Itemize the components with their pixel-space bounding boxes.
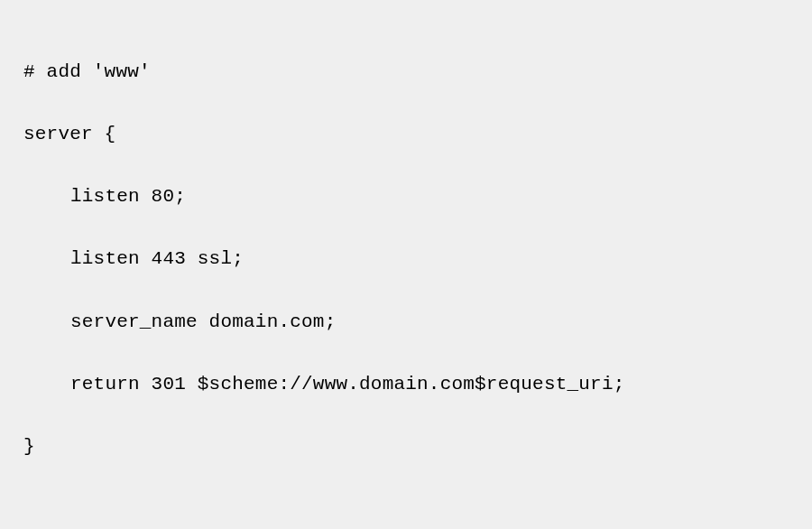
- code-line: return 301 $scheme://www.domain.com$requ…: [23, 369, 789, 401]
- code-line: listen 443 ssl;: [23, 244, 789, 275]
- code-line: server_name domain.com;: [23, 307, 789, 339]
- code-brace-close: }: [23, 432, 789, 463]
- code-brace-open: server {: [23, 119, 789, 151]
- code-line: listen 80;: [23, 181, 789, 213]
- blank-line: [23, 495, 789, 526]
- code-comment: # add 'www': [23, 57, 789, 88]
- code-block: # add 'www' server { listen 80; listen 4…: [0, 0, 812, 529]
